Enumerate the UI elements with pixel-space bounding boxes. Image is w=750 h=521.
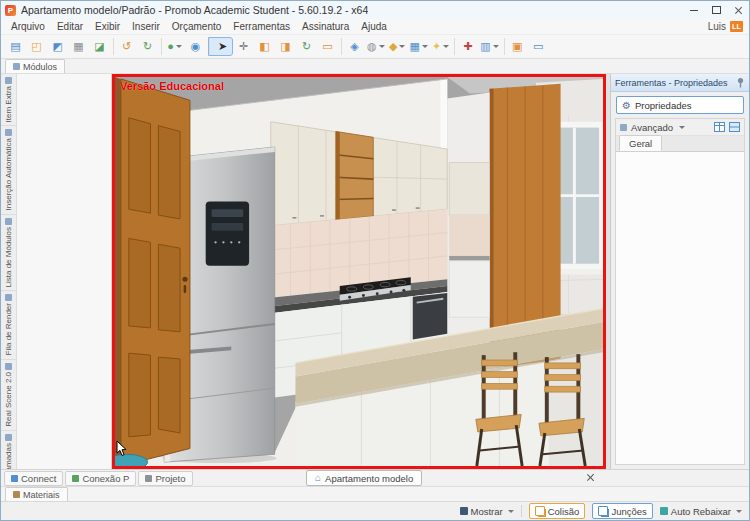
user-name[interactable]: Luis — [708, 21, 726, 32]
gear-icon: ⚙ — [622, 100, 631, 111]
app-window: P Apartamento modelo/Padrão - Promob Aca… — [0, 0, 750, 521]
close-view-button[interactable] — [586, 473, 595, 484]
dock-tab-icon — [72, 475, 79, 482]
tab-apartamento-modelo[interactable]: ⌂ Apartamento modelo — [306, 470, 422, 486]
3d-viewport[interactable]: Versão Educacional — [112, 74, 606, 469]
render-icon[interactable]: ● — [161, 38, 184, 55]
tab-conexao-p[interactable]: Conexão P — [65, 471, 136, 486]
tab-real-scene[interactable]: Real Scene 2.0 — [1, 359, 16, 430]
save-project-icon[interactable]: ◩ — [48, 38, 67, 55]
grid-view-icon[interactable] — [729, 122, 740, 132]
layout-view-icon[interactable]: ▥ — [479, 38, 499, 55]
menu-items: ArquivoEditarExibirInserirOrçamentoFerra… — [5, 21, 393, 32]
left-dock: Item Extra Inserção Automática Lista de … — [1, 74, 112, 469]
modules-tab-icon — [13, 63, 20, 70]
auto-rebaixar-dropdown[interactable]: Auto Rebaixar — [660, 506, 742, 517]
menu-item[interactable]: Arquivo — [5, 21, 51, 32]
print-icon[interactable]: ▦ — [69, 38, 88, 55]
cube-3d-icon[interactable]: ◈ — [341, 38, 364, 55]
menu-item[interactable]: Exibir — [89, 21, 126, 32]
advanced-label: Avançado — [631, 122, 673, 133]
undo-icon[interactable]: ↺ — [113, 38, 136, 55]
left-tab-strip: Item Extra Inserção Automática Lista de … — [1, 74, 17, 469]
pan-icon[interactable]: ✛ — [234, 38, 253, 55]
table-view-icon[interactable] — [714, 122, 725, 132]
export-image-icon[interactable]: ◪ — [90, 38, 109, 55]
dropdown-caret-icon — [443, 45, 449, 48]
maximize-button[interactable] — [705, 1, 727, 19]
promob-logo-icon: P — [5, 5, 16, 16]
grid-snap-icon[interactable]: ▦ — [409, 38, 429, 55]
tab-insercao-automatica[interactable]: Inserção Automática — [1, 125, 16, 213]
lighting-icon[interactable]: ✦ — [431, 38, 450, 55]
flip-vertical-icon[interactable]: ◨ — [276, 38, 295, 55]
properties-panel: Ferramentas - Propriedades ⚙ Propriedade… — [610, 74, 749, 469]
menu-item[interactable]: Orçamento — [166, 21, 227, 32]
tab-lista-de-modulos[interactable]: Lista de Módulos — [1, 214, 16, 290]
tab-modulos[interactable]: Módulos — [5, 59, 65, 73]
tab-connect[interactable]: Connect — [4, 471, 63, 486]
pin-icon[interactable] — [736, 77, 745, 88]
juncoes-toggle[interactable]: Junções — [592, 503, 652, 519]
menu-item[interactable]: Assinatura — [296, 21, 355, 32]
status-bar: Mostrar Colisão Junções Auto Rebaixar — [1, 501, 749, 520]
material-sphere-icon[interactable]: ◍ — [366, 38, 386, 55]
dropdown-caret-icon — [379, 45, 385, 48]
walkthrough-icon[interactable]: ▣ — [504, 38, 527, 55]
junctions-icon — [598, 506, 608, 516]
close-button[interactable] — [727, 1, 749, 19]
paint-bucket-icon[interactable]: ◆ — [388, 38, 407, 55]
entry-door — [115, 77, 190, 466]
project-home-icon: ⌂ — [315, 473, 321, 483]
select-cursor-icon[interactable]: ➤ — [209, 38, 232, 55]
axes-icon[interactable]: ✚ — [454, 38, 477, 55]
close-icon — [734, 6, 743, 15]
education-watermark: Versão Educacional — [120, 80, 224, 92]
flip-horizontal-icon[interactable]: ◧ — [255, 38, 274, 55]
colisao-toggle[interactable]: Colisão — [529, 503, 586, 519]
tab-camadas[interactable]: Camadas — [1, 430, 16, 469]
dropdown-caret-icon — [176, 45, 182, 48]
title-bar: P Apartamento modelo/Padrão - Promob Aca… — [1, 1, 749, 19]
camera-view-icon[interactable]: ◉ — [186, 38, 205, 55]
modules-panel-icon[interactable]: ▤ — [6, 38, 25, 55]
kitchen-render — [115, 77, 603, 466]
menu-item[interactable]: Ferramentas — [227, 21, 296, 32]
menu-bar: ArquivoEditarExibirInserirOrçamentoFerra… — [1, 19, 749, 35]
properties-panel-title: Ferramentas - Propriedades — [615, 78, 728, 88]
panel-tab-icon — [5, 294, 12, 301]
dropdown-caret-icon — [736, 510, 742, 513]
tab-projeto[interactable]: Projeto — [138, 471, 192, 486]
menu-item[interactable]: Ajuda — [355, 21, 393, 32]
advanced-icon — [620, 124, 627, 131]
modules-panel-empty — [17, 74, 111, 469]
show-icon — [460, 507, 468, 515]
tab-item-extra[interactable]: Item Extra — [1, 74, 16, 125]
dropdown-caret-icon — [679, 126, 685, 129]
tab-fila-de-render[interactable]: Fila de Render — [1, 290, 16, 358]
redo-icon[interactable]: ↻ — [138, 38, 157, 55]
open-project-icon[interactable]: ◰ — [27, 38, 46, 55]
minimize-button[interactable] — [683, 1, 705, 19]
dropdown-caret-icon — [493, 45, 499, 48]
materiais-tab-row: Materiais — [1, 486, 749, 501]
rotate-icon[interactable]: ↻ — [297, 38, 316, 55]
menu-item[interactable]: Inserir — [126, 21, 166, 32]
user-avatar-badge[interactable]: LL — [730, 21, 743, 32]
menu-item[interactable]: Editar — [51, 21, 89, 32]
panel-tab-icon — [5, 129, 12, 136]
tab-geral[interactable]: Geral — [619, 135, 662, 151]
separator — [521, 505, 522, 517]
collision-icon — [535, 506, 545, 516]
panel-tab-icon — [5, 363, 12, 370]
dock-tab-icon — [11, 475, 18, 482]
dock-tab-icon — [145, 475, 152, 482]
propriedades-button[interactable]: ⚙ Propriedades — [616, 96, 744, 114]
tab-materiais[interactable]: Materiais — [5, 487, 68, 501]
window-title: Apartamento modelo/Padrão - Promob Acade… — [21, 4, 368, 16]
dropdown-caret-icon — [508, 510, 514, 513]
measure-icon[interactable]: ▭ — [318, 38, 337, 55]
panel-tab-icon — [5, 77, 12, 84]
mostrar-dropdown[interactable]: Mostrar — [460, 506, 514, 517]
monitor-icon[interactable]: ▭ — [529, 38, 548, 55]
